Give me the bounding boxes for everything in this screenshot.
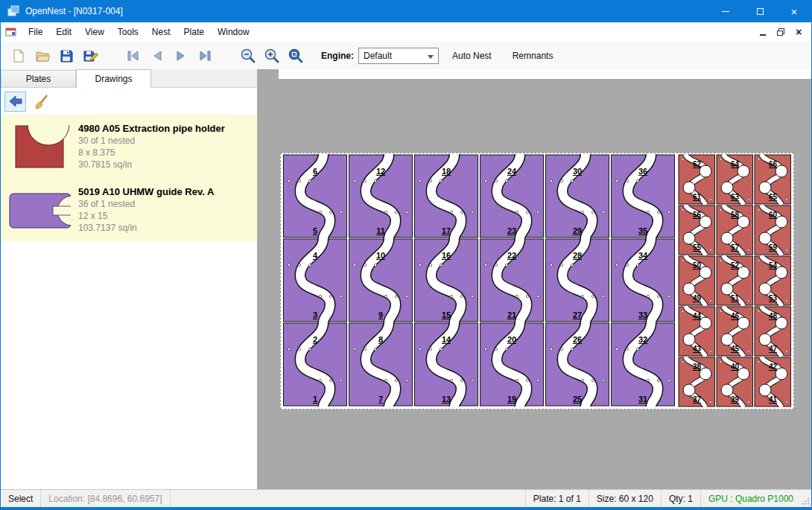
- tab-plates[interactable]: Plates: [1, 70, 76, 87]
- part-number: 63: [716, 193, 754, 201]
- nest-part-pair[interactable]: 58 57: [716, 205, 754, 255]
- status-mode: Select: [1, 490, 41, 507]
- part-number: 19: [479, 395, 545, 404]
- open-folder-icon: [34, 48, 51, 64]
- nav-next-button[interactable]: [169, 45, 193, 67]
- part-number: 55: [678, 243, 716, 252]
- tab-drawings[interactable]: Drawings: [76, 69, 151, 88]
- nav-prev-icon: [149, 48, 165, 64]
- new-button[interactable]: [7, 45, 31, 67]
- nest-part-pair[interactable]: 32 31: [610, 322, 676, 407]
- mdi-restore-button[interactable]: [773, 25, 789, 39]
- nest-part-pair[interactable]: 12 11: [348, 154, 413, 238]
- send-to-nest-button[interactable]: [4, 92, 26, 112]
- nest-part-pair[interactable]: 16 15: [413, 238, 479, 322]
- nest-part-pair[interactable]: 60 59: [754, 205, 792, 255]
- nest-part-pair[interactable]: 46 45: [716, 306, 754, 357]
- nest-part-pair[interactable]: 26 25: [545, 322, 610, 407]
- drawing-size: 8 x 8.375: [78, 147, 225, 158]
- drawing-title: 4980 A05 Extraction pipe holder: [78, 123, 225, 134]
- nest-part-pair[interactable]: 48 47: [754, 306, 792, 357]
- nest-part-pair[interactable]: 52 51: [716, 255, 754, 306]
- status-plate: Plate: 1 of 1: [525, 490, 589, 507]
- part-number: 43: [678, 345, 716, 353]
- nest-part-pair[interactable]: 34 33: [610, 238, 676, 322]
- auto-nest-button[interactable]: Auto Nest: [445, 46, 499, 66]
- nest-part-pair[interactable]: 54 53: [754, 255, 792, 306]
- mdi-close-icon: ×: [796, 27, 802, 37]
- part-number: 34: [610, 251, 676, 260]
- part-number: 9: [348, 310, 413, 319]
- minimize-button[interactable]: [708, 0, 743, 22]
- nav-prev-button[interactable]: [145, 45, 169, 67]
- part-number: 51: [716, 294, 754, 302]
- save-button[interactable]: [54, 45, 78, 67]
- mdi-close-button[interactable]: ×: [790, 25, 807, 39]
- nav-last-button[interactable]: [193, 45, 217, 67]
- nest-part-pair[interactable]: 40 39: [716, 357, 754, 407]
- part-number: 46: [716, 312, 754, 320]
- menu-item-tools[interactable]: Tools: [111, 23, 145, 41]
- part-number: 50: [678, 261, 716, 270]
- zoom-in-button[interactable]: [260, 45, 284, 67]
- nest-part-pair[interactable]: 38 37: [678, 357, 716, 407]
- part-number: 12: [348, 167, 413, 176]
- nav-last-icon: [197, 48, 213, 64]
- nest-part-pair[interactable]: 14 13: [413, 322, 479, 407]
- clean-button[interactable]: [31, 92, 52, 112]
- nest-part-pair[interactable]: 50 49: [678, 255, 716, 306]
- maximize-button[interactable]: [743, 0, 777, 22]
- nest-part-pair[interactable]: 24 23: [479, 154, 545, 238]
- nest-part-pair[interactable]: 6 5: [282, 154, 348, 238]
- nest-part-pair[interactable]: 56 55: [678, 205, 716, 255]
- nest-part-pair[interactable]: 20 19: [479, 322, 545, 407]
- nest-part-pair[interactable]: 22 21: [479, 238, 545, 322]
- nest-canvas[interactable]: 6 5 12 11 18 17 24 23: [258, 69, 811, 489]
- drawing-nested: 36 of 1 nested: [78, 199, 214, 209]
- nest-part-pair[interactable]: 4 3: [282, 238, 348, 322]
- menu-item-file[interactable]: File: [22, 23, 49, 41]
- nest-part-pair[interactable]: 44 43: [678, 306, 716, 357]
- save-as-button[interactable]: [78, 45, 102, 67]
- purple-grid: 6 5 12 11 18 17 24 23: [282, 154, 676, 407]
- menu-item-edit[interactable]: Edit: [49, 23, 78, 41]
- nest-part-pair[interactable]: 2 1: [282, 322, 348, 407]
- menu-item-window[interactable]: Window: [211, 23, 256, 41]
- resize-grip[interactable]: [801, 490, 811, 507]
- close-button[interactable]: ×: [777, 0, 811, 22]
- drawing-item[interactable]: 5019 A10 UHMW guide Rev. A 36 of 1 neste…: [1, 178, 257, 241]
- drawing-item[interactable]: 4980 A05 Extraction pipe holder 30 of 1 …: [1, 115, 257, 178]
- part-number: 26: [545, 335, 610, 344]
- nest-part-pair[interactable]: 28 27: [545, 238, 610, 322]
- nest-part-pair[interactable]: 8 7: [348, 322, 413, 407]
- menu-item-view[interactable]: View: [78, 23, 111, 41]
- plate[interactable]: 6 5 12 11 18 17 24 23: [280, 153, 794, 409]
- engine-value: Default: [364, 51, 392, 61]
- zoom-out-button[interactable]: [236, 45, 260, 67]
- menu-bar: File Edit View Tools Nest Plate Window ×: [1, 22, 811, 42]
- nest-part-pair[interactable]: 42 41: [754, 357, 792, 407]
- zoom-fit-button[interactable]: [284, 45, 308, 67]
- nest-part-pair[interactable]: 30 29: [545, 154, 610, 238]
- part-number: 22: [479, 251, 545, 260]
- open-button[interactable]: [31, 45, 54, 67]
- window-bottom-border: [1, 507, 811, 510]
- part-number: 31: [610, 395, 676, 404]
- nav-first-button[interactable]: [121, 45, 145, 67]
- engine-label: Engine:: [321, 51, 354, 61]
- menu-item-plate[interactable]: Plate: [177, 23, 211, 41]
- menu-item-nest[interactable]: Nest: [145, 23, 177, 41]
- part-number: 20: [479, 335, 545, 344]
- nest-part-pair[interactable]: 66 65: [754, 154, 792, 205]
- mdi-minimize-button[interactable]: [755, 25, 771, 39]
- nest-part-pair[interactable]: 18 17: [413, 154, 479, 238]
- remnants-button[interactable]: Remnants: [505, 46, 561, 66]
- part-number: 57: [716, 243, 754, 252]
- part-number: 38: [678, 363, 716, 371]
- nest-part-pair[interactable]: 64 63: [716, 154, 754, 205]
- nest-part-pair[interactable]: 62 61: [678, 154, 716, 205]
- nest-part-pair[interactable]: 36 35: [610, 154, 676, 238]
- mdi-minimize-icon: [760, 34, 766, 36]
- nest-part-pair[interactable]: 10 9: [348, 238, 413, 322]
- engine-select[interactable]: Default: [358, 48, 439, 64]
